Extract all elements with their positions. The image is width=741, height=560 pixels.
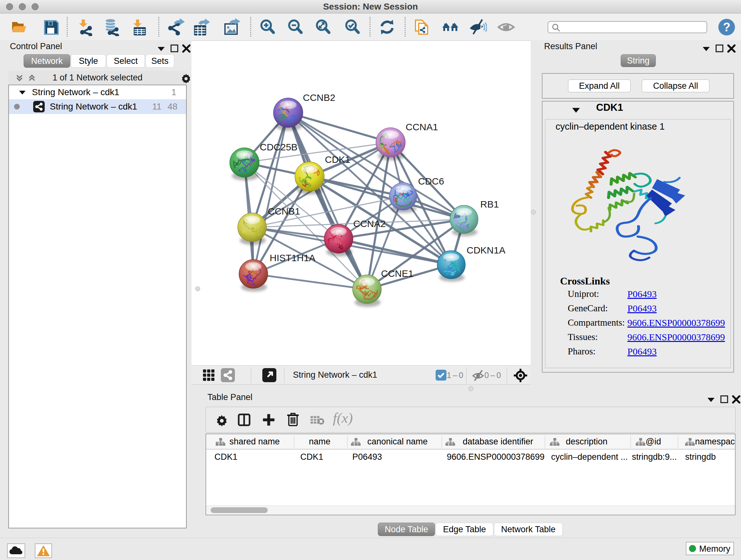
svg-text:RB1: RB1 (480, 199, 499, 209)
svg-text:CDK1: CDK1 (325, 154, 350, 165)
svg-text:CDC25B: CDC25B (260, 142, 297, 152)
svg-text:CDKN1A: CDKN1A (467, 245, 506, 255)
svg-text:CDC6: CDC6 (418, 176, 444, 186)
svg-text:CCNB1: CCNB1 (268, 206, 300, 216)
svg-text:CCNE1: CCNE1 (381, 268, 414, 279)
svg-text:CCNA1: CCNA1 (406, 122, 438, 132)
svg-text:CCNB2: CCNB2 (303, 92, 335, 103)
svg-text:HIST1H1A: HIST1H1A (270, 253, 315, 263)
svg-text:CCNA2: CCNA2 (353, 219, 386, 229)
